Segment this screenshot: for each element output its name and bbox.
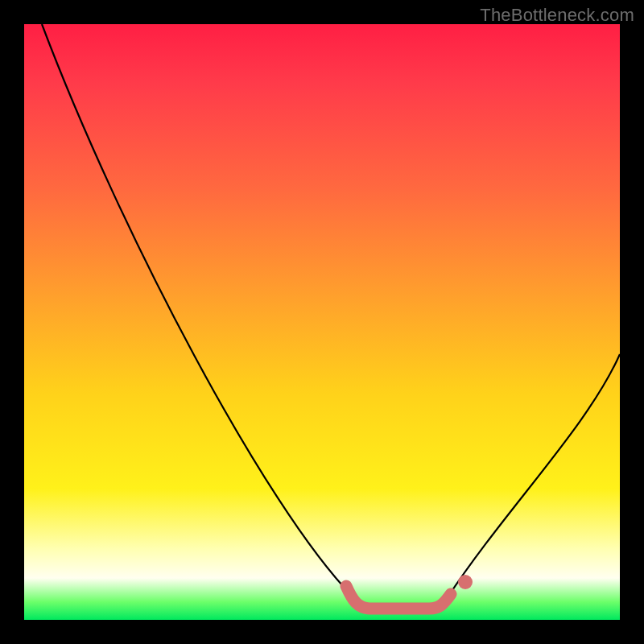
chart-frame: TheBottleneck.com — [0, 0, 644, 644]
plot-area — [24, 24, 620, 620]
bottleneck-curve — [42, 24, 620, 609]
curve-svg — [24, 24, 620, 620]
trough-end-dot — [458, 575, 473, 589]
trough-marker — [346, 586, 451, 609]
watermark-text: TheBottleneck.com — [480, 5, 634, 26]
